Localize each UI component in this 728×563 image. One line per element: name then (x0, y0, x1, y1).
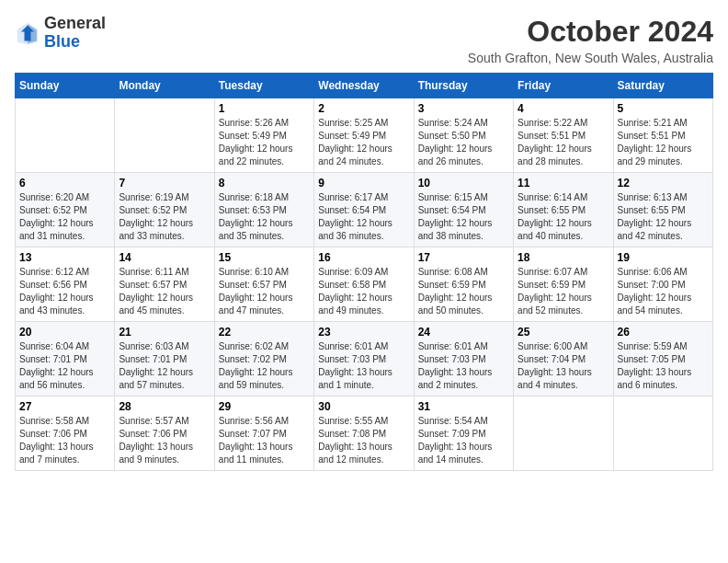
day-info: Sunrise: 6:07 AM Sunset: 6:59 PM Dayligh… (518, 266, 609, 317)
day-info: Sunrise: 5:58 AM Sunset: 7:06 PM Dayligh… (19, 415, 110, 466)
calendar-cell: 23Sunrise: 6:01 AM Sunset: 7:03 PM Dayli… (314, 322, 414, 396)
day-number: 7 (119, 177, 210, 190)
day-info: Sunrise: 6:19 AM Sunset: 6:52 PM Dayligh… (119, 191, 210, 243)
day-info: Sunrise: 5:24 AM Sunset: 5:50 PM Dayligh… (418, 117, 509, 168)
day-info: Sunrise: 6:08 AM Sunset: 6:59 PM Dayligh… (418, 266, 509, 317)
day-info: Sunrise: 5:21 AM Sunset: 5:51 PM Dayligh… (618, 117, 709, 168)
calendar-cell: 30Sunrise: 5:55 AM Sunset: 7:08 PM Dayli… (314, 396, 414, 471)
day-number: 8 (219, 177, 310, 190)
day-info: Sunrise: 6:20 AM Sunset: 6:52 PM Dayligh… (19, 191, 110, 243)
day-number: 4 (518, 102, 609, 115)
calendar-cell: 28Sunrise: 5:57 AM Sunset: 7:06 PM Dayli… (115, 396, 214, 471)
day-info: Sunrise: 6:00 AM Sunset: 7:04 PM Dayligh… (518, 340, 609, 392)
day-info: Sunrise: 6:10 AM Sunset: 6:57 PM Dayligh… (219, 266, 310, 317)
calendar-cell: 8Sunrise: 6:18 AM Sunset: 6:53 PM Daylig… (214, 173, 313, 247)
calendar-cell: 29Sunrise: 5:56 AM Sunset: 7:07 PM Dayli… (214, 396, 313, 471)
calendar-cell: 5Sunrise: 5:21 AM Sunset: 5:51 PM Daylig… (613, 98, 712, 173)
day-info: Sunrise: 5:55 AM Sunset: 7:08 PM Dayligh… (318, 415, 409, 466)
weekday-sunday: Sunday (16, 74, 115, 98)
day-info: Sunrise: 6:15 AM Sunset: 6:54 PM Dayligh… (418, 191, 509, 243)
calendar-cell (613, 396, 712, 471)
day-number: 5 (618, 102, 709, 115)
day-info: Sunrise: 5:54 AM Sunset: 7:09 PM Dayligh… (418, 415, 509, 466)
day-number: 16 (318, 251, 409, 264)
calendar-week-3: 13Sunrise: 6:12 AM Sunset: 6:56 PM Dayli… (16, 247, 713, 322)
calendar-cell: 7Sunrise: 6:19 AM Sunset: 6:52 PM Daylig… (115, 173, 214, 247)
day-info: Sunrise: 6:01 AM Sunset: 7:03 PM Dayligh… (418, 340, 509, 392)
day-number: 29 (219, 400, 310, 413)
calendar-cell (514, 396, 613, 471)
calendar-cell: 27Sunrise: 5:58 AM Sunset: 7:06 PM Dayli… (16, 396, 115, 471)
weekday-tuesday: Tuesday (214, 74, 313, 98)
day-number: 20 (19, 326, 110, 339)
calendar-cell: 11Sunrise: 6:14 AM Sunset: 6:55 PM Dayli… (514, 173, 613, 247)
calendar-week-2: 6Sunrise: 6:20 AM Sunset: 6:52 PM Daylig… (16, 173, 713, 247)
day-number: 15 (219, 251, 310, 264)
day-info: Sunrise: 6:14 AM Sunset: 6:55 PM Dayligh… (518, 191, 609, 243)
day-info: Sunrise: 6:01 AM Sunset: 7:03 PM Dayligh… (318, 340, 409, 392)
calendar-body: 1Sunrise: 5:26 AM Sunset: 5:49 PM Daylig… (16, 98, 713, 471)
calendar-cell: 13Sunrise: 6:12 AM Sunset: 6:56 PM Dayli… (16, 247, 115, 322)
day-info: Sunrise: 6:06 AM Sunset: 7:00 PM Dayligh… (618, 266, 709, 317)
day-info: Sunrise: 6:03 AM Sunset: 7:01 PM Dayligh… (119, 340, 210, 392)
calendar-cell: 26Sunrise: 5:59 AM Sunset: 7:05 PM Dayli… (613, 322, 712, 396)
calendar-cell: 18Sunrise: 6:07 AM Sunset: 6:59 PM Dayli… (514, 247, 613, 322)
day-number: 12 (618, 177, 709, 190)
day-number: 6 (19, 177, 110, 190)
calendar-cell: 12Sunrise: 6:13 AM Sunset: 6:55 PM Dayli… (613, 173, 712, 247)
day-number: 31 (418, 400, 509, 413)
calendar-cell (16, 98, 115, 173)
calendar-cell: 9Sunrise: 6:17 AM Sunset: 6:54 PM Daylig… (314, 173, 414, 247)
calendar-cell: 14Sunrise: 6:11 AM Sunset: 6:57 PM Dayli… (115, 247, 214, 322)
calendar-cell (115, 98, 214, 173)
day-info: Sunrise: 6:04 AM Sunset: 7:01 PM Dayligh… (19, 340, 110, 392)
day-number: 1 (219, 102, 310, 115)
day-number: 3 (418, 102, 509, 115)
calendar-cell: 1Sunrise: 5:26 AM Sunset: 5:49 PM Daylig… (214, 98, 313, 173)
calendar-cell: 17Sunrise: 6:08 AM Sunset: 6:59 PM Dayli… (414, 247, 513, 322)
day-info: Sunrise: 5:59 AM Sunset: 7:05 PM Dayligh… (618, 340, 709, 392)
logo-text: General Blue (44, 15, 106, 52)
calendar-week-1: 1Sunrise: 5:26 AM Sunset: 5:49 PM Daylig… (16, 98, 713, 173)
calendar-week-5: 27Sunrise: 5:58 AM Sunset: 7:06 PM Dayli… (16, 396, 713, 471)
title-section: October 2024 South Grafton, New South Wa… (468, 15, 713, 65)
calendar-cell: 20Sunrise: 6:04 AM Sunset: 7:01 PM Dayli… (16, 322, 115, 396)
weekday-header-row: SundayMondayTuesdayWednesdayThursdayFrid… (16, 74, 713, 98)
day-number: 19 (618, 251, 709, 264)
day-number: 17 (418, 251, 509, 264)
calendar-cell: 10Sunrise: 6:15 AM Sunset: 6:54 PM Dayli… (414, 173, 513, 247)
calendar-cell: 31Sunrise: 5:54 AM Sunset: 7:09 PM Dayli… (414, 396, 513, 471)
weekday-thursday: Thursday (414, 74, 513, 98)
day-info: Sunrise: 6:18 AM Sunset: 6:53 PM Dayligh… (219, 191, 310, 243)
weekday-monday: Monday (115, 74, 214, 98)
calendar-cell: 19Sunrise: 6:06 AM Sunset: 7:00 PM Dayli… (613, 247, 712, 322)
day-info: Sunrise: 6:13 AM Sunset: 6:55 PM Dayligh… (618, 191, 709, 243)
calendar-cell: 21Sunrise: 6:03 AM Sunset: 7:01 PM Dayli… (115, 322, 214, 396)
logo-icon (15, 20, 40, 46)
day-number: 11 (518, 177, 609, 190)
day-number: 13 (19, 251, 110, 264)
day-number: 28 (119, 400, 210, 413)
day-number: 9 (318, 177, 409, 190)
day-info: Sunrise: 5:57 AM Sunset: 7:06 PM Dayligh… (119, 415, 210, 466)
calendar-week-4: 20Sunrise: 6:04 AM Sunset: 7:01 PM Dayli… (16, 322, 713, 396)
calendar-cell: 25Sunrise: 6:00 AM Sunset: 7:04 PM Dayli… (514, 322, 613, 396)
day-number: 30 (318, 400, 409, 413)
calendar-cell: 2Sunrise: 5:25 AM Sunset: 5:49 PM Daylig… (314, 98, 414, 173)
calendar-cell: 22Sunrise: 6:02 AM Sunset: 7:02 PM Dayli… (214, 322, 313, 396)
day-info: Sunrise: 6:02 AM Sunset: 7:02 PM Dayligh… (219, 340, 310, 392)
calendar-cell: 16Sunrise: 6:09 AM Sunset: 6:58 PM Dayli… (314, 247, 414, 322)
day-info: Sunrise: 5:26 AM Sunset: 5:49 PM Dayligh… (219, 117, 310, 168)
day-number: 25 (518, 326, 609, 339)
location: South Grafton, New South Wales, Australi… (468, 51, 713, 65)
calendar-cell: 3Sunrise: 5:24 AM Sunset: 5:50 PM Daylig… (414, 98, 513, 173)
day-number: 10 (418, 177, 509, 190)
day-info: Sunrise: 6:17 AM Sunset: 6:54 PM Dayligh… (318, 191, 409, 243)
calendar-cell: 4Sunrise: 5:22 AM Sunset: 5:51 PM Daylig… (514, 98, 613, 173)
day-number: 26 (618, 326, 709, 339)
day-number: 2 (318, 102, 409, 115)
calendar-cell: 15Sunrise: 6:10 AM Sunset: 6:57 PM Dayli… (214, 247, 313, 322)
day-number: 24 (418, 326, 509, 339)
day-info: Sunrise: 5:56 AM Sunset: 7:07 PM Dayligh… (219, 415, 310, 466)
page-header: General Blue October 2024 South Grafton,… (15, 15, 713, 65)
